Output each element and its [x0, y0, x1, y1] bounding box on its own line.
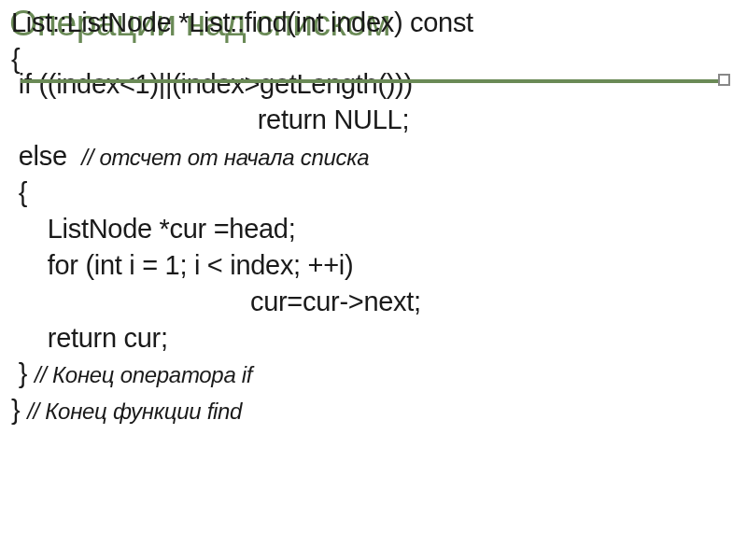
- code-line: for (int i = 1; i < index; ++i): [11, 247, 736, 284]
- code-line: {: [11, 175, 736, 211]
- code-line: if ((index<1)||(index>getLength())): [11, 66, 736, 103]
- code-text: }: [11, 358, 35, 388]
- code-line: return NULL;: [11, 102, 736, 138]
- code-line: List::ListNode *List::find(int index) co…: [11, 5, 736, 41]
- code-block: List::ListNode *List::find(int index) co…: [0, 5, 747, 428]
- code-line: else // отсчет от начала списка: [11, 138, 736, 175]
- code-text: else: [11, 141, 81, 171]
- title-underline: [21, 79, 726, 83]
- code-line: } // Конец функции find: [11, 392, 736, 428]
- decor-square-icon: [718, 74, 730, 86]
- slide: Операции над списком List::ListNode *Lis…: [0, 0, 747, 560]
- code-line: } // Конец оператора if: [11, 356, 736, 392]
- code-comment: // Конец функции find: [27, 399, 242, 424]
- code-line: return cur;: [11, 320, 736, 357]
- code-comment: // отсчет от начала списка: [81, 145, 369, 170]
- code-line: ListNode *cur =head;: [11, 211, 736, 247]
- code-comment: // Конец оператора if: [35, 362, 252, 387]
- code-line: cur=cur->next;: [11, 284, 736, 320]
- code-text: }: [11, 395, 27, 425]
